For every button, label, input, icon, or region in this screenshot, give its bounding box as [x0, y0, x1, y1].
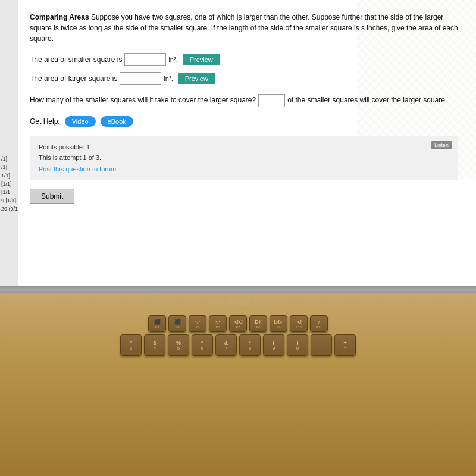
get-help-section: Get Help: Video eBook — [30, 116, 458, 127]
info-box: Listen Points possible: 1 This is attemp… — [30, 136, 458, 180]
larger-unit: in². — [164, 75, 173, 82]
sidebar-item: [1/1] — [1, 188, 18, 196]
larger-square-row: The area of larger square is in². Previe… — [30, 72, 458, 85]
post-forum-link[interactable]: Post this question to forum — [39, 165, 116, 173]
submit-button[interactable]: Submit — [30, 189, 74, 204]
get-help-label: Get Help: — [30, 117, 60, 126]
key-9[interactable]: ( 9 — [263, 334, 284, 356]
key-8[interactable]: * 8 — [239, 334, 261, 356]
key-f9[interactable]: ▷▷ F9 — [270, 315, 287, 332]
sidebar-item: /1] — [1, 163, 18, 171]
problem-statement: Comparing Areas Suppose you have two squ… — [30, 12, 458, 44]
sidebar-item: 9 [1/1] — [1, 196, 18, 205]
key-3[interactable]: # 3 — [120, 334, 142, 356]
key-f7[interactable]: ◁◁ F7 — [229, 315, 247, 332]
cover-question-row: How many of the smaller squares will it … — [30, 94, 458, 107]
sidebar: /1] /1] 1/1] [1/1] [1/1] 9 [1/1] 20 (0/1… — [0, 0, 18, 286]
problem-title-bold: Comparing Areas — [30, 13, 89, 21]
larger-preview-button[interactable]: Preview — [178, 73, 215, 84]
cover-question-text: How many of the smaller squares will it … — [30, 95, 256, 106]
key-0[interactable]: ) 0 — [287, 334, 308, 356]
attempt-text: This is attempt 1 of 3. — [39, 153, 449, 164]
smaller-square-label: The area of smaller square is — [30, 55, 122, 64]
key-f6[interactable]: ·:· F6 — [209, 315, 227, 332]
key-7[interactable]: & 7 — [215, 334, 237, 356]
key-5[interactable]: % 5 — [168, 334, 189, 356]
key-f4[interactable]: ⬛ F4 — [168, 315, 186, 332]
cover-input[interactable] — [258, 94, 285, 107]
laptop-screen: /1] /1] 1/1] [1/1] [1/1] 9 [1/1] 20 (0/1… — [0, 0, 476, 286]
key-minus[interactable]: _ - — [311, 334, 332, 356]
sidebar-item: /1] — [1, 155, 18, 163]
points-text: Points possible: 1 — [39, 142, 449, 153]
cover-suffix-text: of the smaller squares will cover the la… — [287, 95, 447, 106]
key-f11[interactable]: ♪ F11 — [310, 315, 328, 332]
problem-title-text: Suppose you have two squares, one of whi… — [30, 13, 458, 43]
sidebar-item: 1/1] — [1, 171, 18, 180]
fn-key-row: ⬛ F3 ⬛ F4 ·:· F5 ·:· F6 ◁◁ F7 DII F8 — [12, 315, 464, 332]
key-f5[interactable]: ·:· F5 — [189, 315, 206, 332]
larger-square-input[interactable] — [120, 72, 161, 85]
content-area: Comparing Areas Suppose you have two squ… — [18, 0, 476, 286]
ebook-button[interactable]: eBook — [101, 116, 133, 127]
video-button[interactable]: Video — [65, 116, 96, 127]
smaller-preview-button[interactable]: Preview — [183, 54, 220, 65]
laptop-body: MacBook Air ⬛ F3 ⬛ F4 ·:· F5 ·:· F6 ◁◁ F… — [0, 286, 476, 476]
number-key-row: # 3 $ 4 % 5 ^ 6 & 7 * 8 — [12, 334, 464, 356]
smaller-unit: in². — [168, 56, 177, 63]
keyboard-area: ⬛ F3 ⬛ F4 ·:· F5 ·:· F6 ◁◁ F7 DII F8 — [12, 315, 464, 358]
key-f3[interactable]: ⬛ F3 — [148, 315, 166, 332]
sidebar-item: 20 (0/1) — [1, 205, 18, 213]
sidebar-item: [1/1] — [1, 180, 18, 188]
key-equals[interactable]: + = — [334, 334, 356, 356]
laptop-hinge — [0, 286, 476, 293]
key-f10[interactable]: ◁ F10 — [290, 315, 308, 332]
smaller-square-row: The area of smaller square is in². Previ… — [30, 53, 458, 66]
smaller-square-input[interactable] — [124, 53, 166, 66]
key-f8[interactable]: DII F8 — [249, 315, 267, 332]
larger-square-label: The area of larger square is — [30, 74, 117, 83]
key-4[interactable]: $ 4 — [144, 334, 165, 356]
listen-button[interactable]: Listen — [431, 141, 452, 149]
key-6[interactable]: ^ 6 — [192, 334, 213, 356]
macbook-label: MacBook Air — [208, 299, 268, 308]
